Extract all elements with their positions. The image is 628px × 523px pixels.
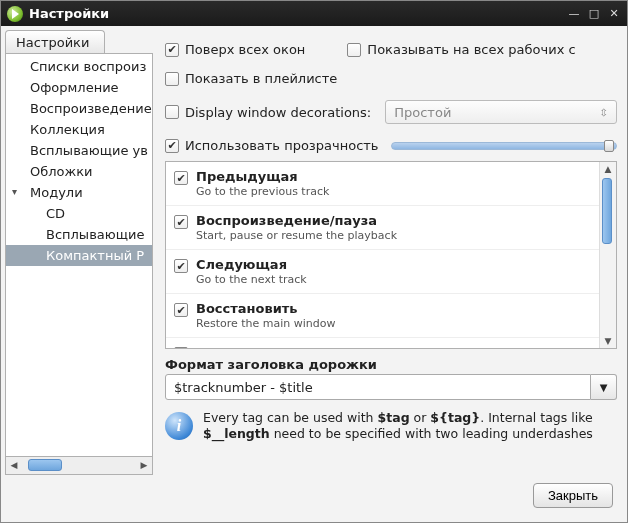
slider-handle[interactable]: [604, 140, 614, 152]
list-item[interactable]: Громкость: [166, 338, 599, 348]
list-item-checkbox[interactable]: [174, 303, 188, 317]
nav-item-4[interactable]: Всплывающие ув: [6, 140, 152, 161]
title-format-input[interactable]: $tracknumber - $title: [165, 374, 591, 400]
checkbox-on-top[interactable]: [165, 43, 179, 57]
window-body: Настройки Списки воспроизОформлениеВоспр…: [1, 26, 627, 522]
nav-item-label: Всплывающие: [46, 227, 144, 242]
nav-item-label: Всплывающие ув: [30, 143, 148, 158]
option-window-decorations[interactable]: Display window decorations: Простой ⇳: [159, 96, 623, 128]
list-item[interactable]: ПредыдущаяGo to the previous track: [166, 162, 599, 206]
minimize-button[interactable]: —: [567, 7, 581, 21]
label-all-workspaces: Показывать на всех рабочих с: [367, 42, 575, 57]
list-item[interactable]: Воспроизведение/паузаStart, pause or res…: [166, 206, 599, 250]
sidebar-h-scrollbar[interactable]: ◀ ▶: [5, 457, 153, 475]
nav-item-8[interactable]: Всплывающие: [6, 224, 152, 245]
nav-item-1[interactable]: Оформление: [6, 77, 152, 98]
label-on-top: Поверх всех окон: [185, 42, 305, 57]
list-item[interactable]: СледующаяGo to the next track: [166, 250, 599, 294]
list-item-title: Восстановить: [196, 301, 336, 316]
nav-item-label: Компактный Р: [46, 248, 144, 263]
list-item-title: Следующая: [196, 257, 307, 272]
title-format-value: $tracknumber - $title: [174, 380, 313, 395]
list-item-checkbox[interactable]: [174, 259, 188, 273]
label-transparency: Использовать прозрачность: [185, 138, 379, 153]
controls-list: ПредыдущаяGo to the previous trackВоспро…: [165, 161, 617, 349]
nav-item-7[interactable]: CD: [6, 203, 152, 224]
option-show-playlist[interactable]: Показать в плейлисте: [159, 67, 623, 90]
nav-item-3[interactable]: Коллекция: [6, 119, 152, 140]
list-item-subtitle: Go to the next track: [196, 273, 307, 286]
list-item-subtitle: Go to the previous track: [196, 185, 329, 198]
nav-item-9[interactable]: Компактный Р: [6, 245, 152, 266]
option-all-workspaces[interactable]: Показывать на всех рабочих с: [341, 38, 581, 61]
list-item-subtitle: Restore the main window: [196, 317, 336, 330]
sidebar-tab[interactable]: Настройки: [5, 30, 105, 54]
titlebar[interactable]: Настройки — □ ✕: [1, 1, 627, 26]
settings-window: Настройки — □ ✕ Настройки Списки воспрои…: [0, 0, 628, 523]
chevron-down-icon: ▼: [600, 382, 608, 393]
format-section-label: Формат заголовка дорожки: [159, 349, 623, 374]
decoration-style-value: Простой: [394, 105, 451, 120]
list-item-checkbox[interactable]: [174, 171, 188, 185]
expander-icon[interactable]: ▾: [12, 186, 22, 197]
nav-item-6[interactable]: ▾Модули: [6, 182, 152, 203]
info-icon: i: [165, 412, 193, 440]
info-text: Every tag can be used with $tag or ${tag…: [203, 410, 617, 443]
list-item-title: Предыдущая: [196, 169, 329, 184]
window-title: Настройки: [29, 6, 561, 21]
info-note: i Every tag can be used with $tag or ${t…: [165, 410, 617, 443]
option-transparency[interactable]: Использовать прозрачность: [159, 134, 623, 157]
scroll-thumb[interactable]: [28, 459, 62, 471]
scroll-right-icon[interactable]: ▶: [136, 457, 152, 473]
list-v-scrollbar[interactable]: ▲ ▼: [600, 162, 616, 348]
nav-item-0[interactable]: Списки воспроиз: [6, 56, 152, 77]
checkbox-all-workspaces[interactable]: [347, 43, 361, 57]
nav-item-label: Модули: [30, 185, 83, 200]
nav-item-label: Коллекция: [30, 122, 105, 137]
scroll-down-icon[interactable]: ▼: [600, 334, 616, 348]
chevron-updown-icon: ⇳: [600, 107, 608, 118]
close-window-button[interactable]: ✕: [607, 7, 621, 21]
nav-item-2[interactable]: Воспроизведение: [6, 98, 152, 119]
content-pane: Поверх всех окон Показывать на всех рабо…: [159, 30, 623, 475]
nav-tree: Списки воспроизОформлениеВоспроизведение…: [5, 53, 153, 457]
list-item[interactable]: ВосстановитьRestore the main window: [166, 294, 599, 338]
transparency-slider[interactable]: [391, 142, 617, 150]
checkbox-show-playlist[interactable]: [165, 72, 179, 86]
scroll-up-icon[interactable]: ▲: [600, 162, 616, 176]
list-scroll-thumb[interactable]: [602, 178, 612, 244]
checkbox-window-decorations[interactable]: [165, 105, 179, 119]
nav-item-label: Оформление: [30, 80, 119, 95]
close-button[interactable]: Закрыть: [533, 483, 613, 508]
app-icon: [7, 6, 23, 22]
decoration-style-combo[interactable]: Простой ⇳: [385, 100, 617, 124]
option-on-top[interactable]: Поверх всех окон: [159, 38, 311, 61]
nav-item-label: Обложки: [30, 164, 93, 179]
label-show-playlist: Показать в плейлисте: [185, 71, 337, 86]
label-window-decorations: Display window decorations:: [185, 105, 371, 120]
nav-item-5[interactable]: Обложки: [6, 161, 152, 182]
scroll-left-icon[interactable]: ◀: [6, 457, 22, 473]
nav-item-label: Списки воспроиз: [30, 59, 146, 74]
list-item-subtitle: Start, pause or resume the playback: [196, 229, 397, 242]
dialog-footer: Закрыть: [5, 475, 623, 518]
maximize-button[interactable]: □: [587, 7, 601, 21]
checkbox-transparency[interactable]: [165, 139, 179, 153]
list-item-title: Громкость: [196, 345, 274, 348]
nav-item-label: CD: [46, 206, 65, 221]
list-item-checkbox[interactable]: [174, 347, 188, 348]
nav-item-label: Воспроизведение: [30, 101, 152, 116]
list-item-title: Воспроизведение/пауза: [196, 213, 397, 228]
title-format-dropdown-button[interactable]: ▼: [591, 374, 617, 400]
list-item-checkbox[interactable]: [174, 215, 188, 229]
sidebar: Настройки Списки воспроизОформлениеВоспр…: [5, 30, 153, 475]
